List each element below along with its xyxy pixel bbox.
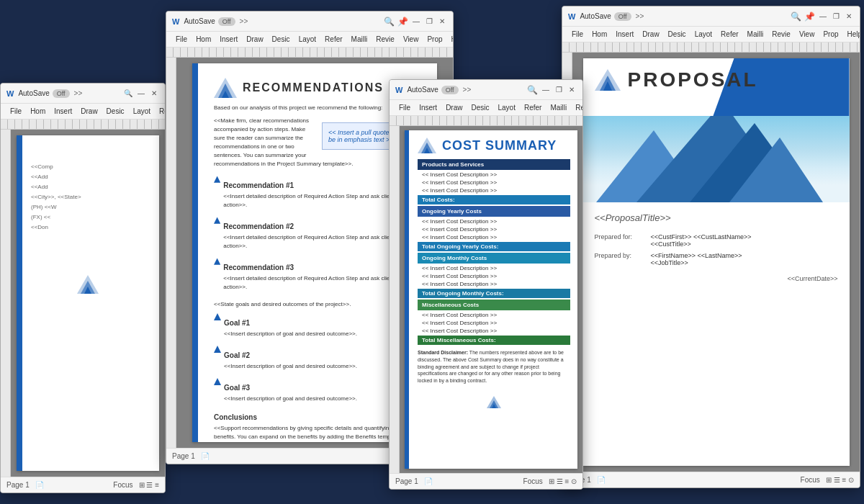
restore-btn-4[interactable]: ❐ bbox=[831, 12, 841, 22]
view-btns-4[interactable]: ⊞ ☰ ≡ ⊙ bbox=[826, 476, 854, 484]
menubar-2: File Hom Insert Draw Desic Layot Refer M… bbox=[166, 32, 453, 48]
doc-area-4: PROPOSAL <<ProposalTitle>> Prepared for:… bbox=[562, 53, 860, 472]
menu-draw-3[interactable]: Draw bbox=[442, 103, 466, 112]
arrows-3: >> bbox=[463, 86, 472, 94]
menu-design-3[interactable]: Desic bbox=[467, 103, 492, 112]
menu-design-1[interactable]: Desic bbox=[103, 107, 128, 116]
focus-label-4[interactable]: Focus bbox=[801, 476, 820, 484]
misc-header: Miscellaneous Costs bbox=[418, 300, 570, 310]
autosave-toggle-1[interactable]: Off bbox=[53, 89, 70, 98]
restore-btn-2[interactable]: ❐ bbox=[424, 17, 434, 27]
close-btn-1[interactable]: ✕ bbox=[149, 89, 159, 99]
menu-layout-3[interactable]: Layot bbox=[495, 103, 519, 112]
proposal-header-area: PROPOSAL bbox=[583, 58, 850, 202]
cost-content: COST SUMMARY Products and Services << In… bbox=[418, 138, 570, 411]
menu-review-4[interactable]: Revie bbox=[768, 30, 794, 39]
close-btn-4[interactable]: ✕ bbox=[844, 12, 854, 22]
menu-draw-1[interactable]: Draw bbox=[77, 107, 101, 116]
menu-refer-3[interactable]: Refer bbox=[521, 103, 545, 112]
minimize-btn-3[interactable]: — bbox=[541, 85, 551, 95]
menu-design-2[interactable]: Desic bbox=[269, 35, 294, 44]
menu-view-4[interactable]: View bbox=[796, 30, 819, 39]
menu-help-4[interactable]: Help bbox=[844, 30, 860, 39]
disclaimer-bold: Standard Disclaimer: bbox=[418, 350, 468, 355]
addr2: <<Add bbox=[31, 183, 148, 192]
menu-prop-2[interactable]: Prop bbox=[423, 35, 446, 44]
menu-prop-4[interactable]: Prop bbox=[819, 30, 842, 39]
autosave-toggle-2[interactable]: Off bbox=[218, 17, 235, 26]
goal1-label: Goal #1 bbox=[224, 319, 357, 327]
document-area-4: PROPOSAL <<ProposalTitle>> Prepared for:… bbox=[572, 53, 860, 472]
menu-home-2[interactable]: Hom bbox=[192, 35, 215, 44]
autosave-label-1: AutoSave bbox=[18, 89, 49, 97]
view-btns-1[interactable]: ⊞ ☰ ≡ bbox=[139, 481, 159, 489]
misc-item-3: << Insert Cost Description >> bbox=[418, 327, 570, 335]
goal2-label: Goal #2 bbox=[224, 351, 357, 359]
menu-help-2[interactable]: Help bbox=[448, 35, 454, 44]
menu-insert-1[interactable]: Insert bbox=[50, 107, 76, 116]
search-btn-4[interactable]: 🔍 bbox=[791, 12, 801, 22]
pin-btn-4[interactable]: 📌 bbox=[804, 12, 815, 22]
prepared-for-value: <<CustFirst>> <<CustLastName>> <<CustTit… bbox=[651, 233, 752, 248]
menu-refer-1[interactable]: Refer bbox=[156, 107, 166, 116]
menu-draw-2[interactable]: Draw bbox=[243, 35, 266, 44]
page-icon-4: 📄 bbox=[597, 476, 606, 484]
cost-item-1: << Insert Cost Description >> bbox=[418, 171, 570, 179]
menu-file-1[interactable]: File bbox=[6, 107, 25, 116]
menu-home-1[interactable]: Hom bbox=[27, 107, 49, 116]
proposal-date: <<CurrentDate>> bbox=[595, 275, 838, 282]
menu-file-2[interactable]: File bbox=[172, 35, 191, 44]
menu-mail-4[interactable]: Mailli bbox=[744, 30, 768, 39]
focus-label-3[interactable]: Focus bbox=[523, 477, 543, 485]
search-btn-2[interactable]: 🔍 bbox=[384, 17, 395, 27]
cost-logo bbox=[418, 138, 436, 153]
menu-review-3[interactable]: Revie bbox=[572, 103, 583, 112]
dont: <<Don bbox=[31, 223, 148, 232]
menu-file-3[interactable]: File bbox=[395, 103, 414, 112]
menu-layout-4[interactable]: Layot bbox=[691, 30, 716, 39]
view-btns-3[interactable]: ⊞ ☰ ≡ ⊙ bbox=[549, 477, 577, 485]
logo-small-1 bbox=[77, 275, 99, 294]
menu-layout-2[interactable]: Layot bbox=[295, 35, 320, 44]
goal3-text: <<Insert description of goal and desired… bbox=[224, 395, 357, 403]
svg-marker-10 bbox=[214, 346, 221, 353]
close-btn-2[interactable]: ✕ bbox=[437, 17, 447, 27]
close-btn-3[interactable]: ✕ bbox=[567, 85, 577, 95]
menu-home-4[interactable]: Hom bbox=[588, 30, 611, 39]
menu-insert-2[interactable]: Insert bbox=[216, 35, 241, 44]
word-window-1[interactable]: W AutoSave Off >> 🔍 — ✕ File Hom Insert … bbox=[0, 83, 166, 493]
menu-view-2[interactable]: View bbox=[400, 35, 423, 44]
menu-insert-4[interactable]: Insert bbox=[612, 30, 637, 39]
doc-page-1: <<Comp <<Add <<Add <<City>>, <<State> (P… bbox=[17, 135, 159, 471]
menu-design-4[interactable]: Desic bbox=[665, 30, 690, 39]
focus-label-1[interactable]: Focus bbox=[113, 481, 132, 489]
search-btn-3[interactable]: 🔍 bbox=[527, 85, 538, 95]
menu-refer-4[interactable]: Refer bbox=[717, 30, 742, 39]
menu-review-2[interactable]: Revie bbox=[372, 35, 398, 44]
ruler-2 bbox=[166, 48, 453, 58]
vertical-ruler-3 bbox=[390, 126, 400, 473]
svg-marker-6 bbox=[214, 176, 220, 182]
menu-refer-2[interactable]: Refer bbox=[321, 35, 346, 44]
minimize-btn-1[interactable]: — bbox=[136, 89, 146, 99]
menu-layout-1[interactable]: Layot bbox=[130, 107, 154, 116]
arrows-4: >> bbox=[636, 12, 644, 20]
doc-area-1: <<Comp <<Add <<Add <<City>>, <<State> (P… bbox=[1, 130, 165, 477]
menubar-1: File Hom Insert Draw Desic Layot Refer M… bbox=[1, 104, 165, 120]
autosave-toggle-3[interactable]: Off bbox=[441, 86, 459, 94]
autosave-toggle-4[interactable]: Off bbox=[614, 12, 631, 21]
menu-file-4[interactable]: File bbox=[568, 30, 587, 39]
ruler-1 bbox=[1, 120, 165, 130]
word-window-4[interactable]: W AutoSave Off >> 🔍 📌 — ❐ ✕ File Hom Ins… bbox=[562, 6, 860, 488]
page-icon-3: 📄 bbox=[424, 477, 433, 485]
menu-draw-4[interactable]: Draw bbox=[639, 30, 662, 39]
pin-btn-2[interactable]: 📌 bbox=[397, 17, 408, 27]
minimize-btn-2[interactable]: — bbox=[411, 17, 421, 27]
search-btn-1[interactable]: 🔍 bbox=[123, 89, 133, 99]
restore-btn-3[interactable]: ❐ bbox=[554, 85, 564, 95]
menu-mail-2[interactable]: Mailli bbox=[348, 35, 372, 44]
minimize-btn-4[interactable]: — bbox=[818, 12, 828, 22]
menu-mail-3[interactable]: Mailli bbox=[546, 103, 570, 112]
word-window-3[interactable]: W AutoSave Off >> 🔍 — ❐ ✕ File Insert Dr… bbox=[389, 79, 583, 490]
menu-insert-3[interactable]: Insert bbox=[415, 103, 441, 112]
